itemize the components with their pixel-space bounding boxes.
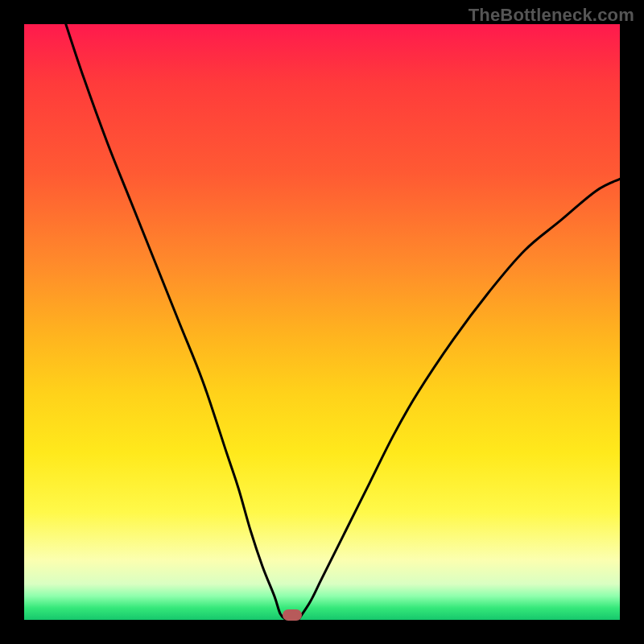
min-marker [283, 609, 302, 621]
watermark-text: TheBottleneck.com [469, 5, 634, 26]
chart-frame: TheBottleneck.com [0, 0, 644, 644]
plot-area [24, 24, 620, 620]
